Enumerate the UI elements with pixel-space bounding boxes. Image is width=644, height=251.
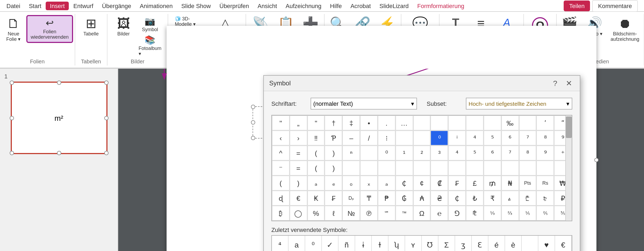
symbol-cell[interactable]: ‡ (343, 115, 360, 130)
symbol-cell[interactable]: • (360, 115, 378, 130)
symbol-cell[interactable]: " (272, 115, 290, 130)
symbol-cell[interactable]: ₡ (431, 176, 448, 191)
symbol-cell[interactable]: ⁿ (343, 145, 360, 161)
symbol-cell[interactable]: ( (272, 176, 290, 191)
symbol-cell[interactable]: ₱ (378, 191, 395, 206)
symbol-cell[interactable]: ₳ (413, 191, 431, 206)
symbol-cell[interactable]: ⁴ (466, 130, 484, 145)
menu-aufzeichnung[interactable]: Aufzeichnung (281, 1, 326, 10)
recently-cell[interactable]: ✓ (322, 236, 339, 251)
recently-cell[interactable]: ʏ (405, 236, 422, 251)
comments-button[interactable]: Kommentare (592, 0, 638, 12)
scrollbar-thumb[interactable] (566, 117, 572, 138)
symbol-cell[interactable]: ℗ (360, 206, 378, 221)
recently-cell[interactable]: ♥ (538, 236, 555, 251)
symbol-cell[interactable]: £ (466, 176, 484, 191)
symbol-cell[interactable]: = (290, 145, 307, 161)
symbol-cell[interactable]: ₓ (360, 176, 378, 191)
symbol-cell[interactable] (448, 115, 466, 130)
symbol-cell[interactable]: ₦ (501, 176, 519, 191)
symbol-cell[interactable] (519, 115, 537, 130)
recently-cell[interactable]: ʮ (388, 236, 405, 251)
recently-cell[interactable]: ñ (339, 236, 355, 251)
symbol-cell[interactable]: ℠ (378, 206, 395, 221)
symbol-cell[interactable]: ⁸ (519, 145, 537, 161)
symbol-cell[interactable]: ₐ (378, 176, 395, 191)
canvas-right-handle[interactable] (594, 158, 598, 162)
canvas-handle-ml[interactable] (251, 120, 255, 125)
symbol-cell[interactable]: ( (307, 145, 325, 161)
grid-scrollbar[interactable] (565, 115, 572, 221)
recently-cell[interactable]: ɫ (372, 236, 388, 251)
menu-slidelizard[interactable]: SlideLizard (375, 1, 413, 10)
symbol-cell[interactable]: ₺ (466, 191, 484, 206)
symbol-cell[interactable]: ‹ (272, 130, 290, 145)
symbol-cell[interactable]: ₵ (395, 176, 413, 191)
recently-cell[interactable]: è (505, 236, 522, 251)
symbol-cell[interactable]: ⁶ (501, 130, 519, 145)
menu-ueberpruefen[interactable]: Überprüfen (215, 1, 253, 10)
canvas-handle-bl[interactable] (251, 136, 255, 140)
symbol-cell[interactable]: ◯ (290, 206, 307, 221)
symbol-cell[interactable] (413, 115, 431, 130)
symbol-cell[interactable]: ₒ (343, 176, 360, 191)
symbol-cell[interactable]: ⁱ (448, 130, 466, 145)
symbol-cell[interactable]: ^ (272, 145, 290, 161)
symbol-cell[interactable]: ² (413, 145, 431, 161)
symbol-cell[interactable] (537, 161, 554, 176)
symbol-cell[interactable]: ) (325, 161, 343, 176)
symbol-cell[interactable]: Ω (413, 206, 431, 221)
symbol-cell[interactable]: ) (325, 145, 343, 161)
symbol-cell[interactable]: ₲ (395, 191, 413, 206)
symbol-cell[interactable] (484, 115, 501, 130)
symbol-cell[interactable]: / (360, 130, 378, 145)
symbol-cell[interactable]: ⁸ (537, 130, 554, 145)
symbol-cell[interactable]: ⁶ (484, 145, 501, 161)
handle-bl[interactable] (9, 151, 14, 155)
symbol-cell[interactable]: Rs (537, 176, 554, 191)
symbol-cell[interactable]: ⁹ (537, 145, 554, 161)
symbol-cell[interactable]: ₼ (501, 191, 519, 206)
symbol-cell[interactable]: ⁻ (272, 161, 290, 176)
menu-entwurf[interactable]: Entwurf (69, 1, 98, 10)
subset-select[interactable]: Hoch- und tiefgestellte Zeichen ▾ (466, 98, 572, 110)
symbol-cell[interactable] (343, 161, 360, 176)
symbol-cell[interactable]: ⁷ (501, 145, 519, 161)
symbol-cell[interactable]: ₴ (431, 191, 448, 206)
symbol-cell[interactable]: ɖ (272, 191, 290, 206)
neue-folie-button[interactable]: 🗋 NeueFolie ▾ (2, 15, 25, 44)
symbol-cell[interactable]: ₣ (325, 191, 343, 206)
symbol-cell[interactable]: ) (290, 176, 307, 191)
menu-insert[interactable]: Insert (46, 1, 69, 10)
recently-cell[interactable]: Σ (438, 236, 455, 251)
menu-start[interactable]: Start (24, 1, 45, 10)
symbol-cell[interactable] (431, 161, 448, 176)
recently-cell[interactable]: ℧ (422, 236, 438, 251)
handle-tc[interactable] (57, 81, 61, 85)
symbol-cell[interactable] (448, 161, 466, 176)
symbol-cell[interactable]: ₣ (448, 176, 466, 191)
symbol-cell[interactable]: ⁴ (448, 145, 466, 161)
menu-uebergaenge[interactable]: Übergänge (98, 1, 135, 10)
recently-cell[interactable]: Ɛ (472, 236, 488, 251)
menu-acrobat[interactable]: Acrobat (346, 1, 375, 10)
symbol-cell[interactable]: „ (290, 115, 307, 130)
symbol-cell[interactable]: ™ (395, 206, 413, 221)
symbol-cell[interactable] (519, 161, 537, 176)
symbol-cell[interactable]: ³ (431, 145, 448, 161)
symbol-cell[interactable]: ⁝ (378, 130, 395, 145)
symbol-cell[interactable]: ₑ (325, 176, 343, 191)
bilder-button[interactable]: 🖼 Bilder (112, 15, 135, 39)
recently-cell[interactable]: ʒ (455, 236, 472, 251)
recently-cell[interactable]: ⁰ (305, 236, 322, 251)
screenshot-button[interactable]: 📷 Symbol (136, 15, 164, 33)
symbol-cell[interactable] (360, 161, 378, 176)
symbol-cell[interactable]: † (325, 115, 343, 130)
symbol-cell[interactable]: Pts (519, 176, 537, 191)
symbol-cell[interactable] (466, 161, 484, 176)
symbol-cell[interactable]: ⁰ (378, 145, 395, 161)
symbol-cell[interactable]: ⅁ (448, 206, 466, 221)
symbol-cell[interactable] (395, 161, 413, 176)
schriftart-select[interactable]: (normaler Text) ▾ (311, 98, 417, 110)
handle-br[interactable] (104, 151, 108, 155)
